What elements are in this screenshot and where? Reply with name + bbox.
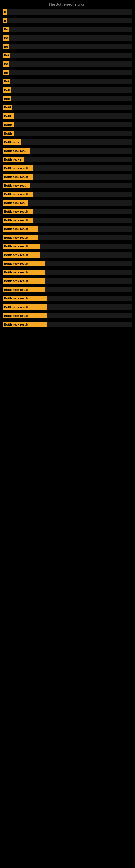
dark-bar: [30, 183, 132, 188]
dark-bar: [33, 174, 132, 180]
list-item: Bottle: [3, 129, 132, 138]
dark-bar: [9, 35, 132, 41]
bottleneck-label: Bottleneck result: [3, 261, 45, 267]
bottleneck-label: Bo: [3, 61, 9, 67]
dark-bar: [33, 209, 132, 214]
dark-bar: [10, 53, 132, 58]
dark-bar: [30, 148, 132, 154]
list-item: Bottleneck result: [3, 164, 132, 173]
bottleneck-label: Bottleneck result: [3, 174, 33, 180]
dark-bar: [14, 122, 132, 127]
bottleneck-label: Bottleneck result: [3, 322, 47, 327]
bottleneck-label: Bo: [3, 70, 9, 75]
list-item: Bottleneck res: [3, 198, 132, 207]
list-item: Bottleneck resu: [3, 181, 132, 190]
list-item: Bottleneck result: [3, 251, 132, 259]
bottleneck-label: Bottleneck result: [3, 252, 41, 258]
bottleneck-label: B: [3, 9, 7, 14]
bottleneck-label: Bottleneck res: [3, 200, 28, 206]
list-item: Bottleneck result: [3, 207, 132, 216]
bottleneck-label: Bot: [3, 79, 10, 84]
main-container: BBBoBoBoBotBoBoBotBottBottBottlBottleBot…: [0, 8, 135, 329]
list-item: Bottleneck result: [3, 259, 132, 268]
dark-bar: [45, 287, 132, 292]
bottleneck-label: Bottle: [3, 113, 14, 119]
list-item: Bottleneck result: [3, 173, 132, 181]
bottleneck-label: Bottle: [3, 131, 14, 136]
bottleneck-label: Bottleneck result: [3, 191, 33, 197]
bottleneck-label: Bot: [3, 53, 10, 58]
bottleneck-label: Bottleneck result: [3, 165, 33, 171]
dark-bar: [10, 79, 132, 84]
list-item: Bottleneck: [3, 138, 132, 147]
dark-bar: [38, 226, 132, 231]
dark-bar: [45, 270, 132, 275]
bottleneck-label: Bott: [3, 87, 11, 93]
list-item: Bottleneck result: [3, 277, 132, 285]
bottleneck-label: B: [3, 18, 7, 23]
list-item: Bottleneck result: [3, 216, 132, 225]
list-item: Bottleneck result: [3, 303, 132, 311]
dark-bar: [7, 9, 132, 14]
list-item: Bottleneck result: [3, 311, 132, 320]
bottleneck-label: Bottleneck result: [3, 287, 45, 292]
bottleneck-label: Bo: [3, 27, 9, 32]
list-item: Bottleneck result: [3, 285, 132, 294]
list-item: Bo: [3, 25, 132, 34]
list-item: B: [3, 16, 132, 25]
bottleneck-label: Bottleneck result: [3, 218, 33, 223]
list-item: Bottleneck r: [3, 155, 132, 164]
bottleneck-label: Bo: [3, 44, 9, 50]
list-item: B: [3, 8, 132, 16]
list-item: Bottleneck result: [3, 225, 132, 233]
bottleneck-label: Bottleneck result: [3, 235, 38, 240]
dark-bar: [38, 235, 132, 240]
dark-bar: [47, 304, 132, 310]
dark-bar: [9, 70, 132, 75]
bottleneck-label: Bottleneck result: [3, 209, 33, 214]
list-item: Bott: [3, 86, 132, 94]
dark-bar: [47, 313, 132, 318]
bottleneck-label: Bottle: [3, 122, 14, 127]
list-item: Bo: [3, 68, 132, 77]
dark-bar: [11, 87, 132, 93]
dark-bar: [45, 278, 132, 284]
dark-bar: [33, 191, 132, 197]
dark-bar: [21, 140, 132, 145]
dark-bar: [33, 165, 132, 171]
dark-bar: [14, 131, 132, 136]
list-item: Bot: [3, 77, 132, 86]
bottleneck-label: Bottleneck result: [3, 226, 38, 231]
dark-bar: [12, 105, 132, 110]
list-item: Bottl: [3, 103, 132, 112]
bottleneck-label: Bottleneck result: [3, 244, 41, 249]
bottleneck-label: Bottleneck resu: [3, 148, 30, 154]
dark-bar: [9, 27, 132, 32]
dark-bar: [14, 113, 132, 119]
bottleneck-label: Bottleneck result: [3, 304, 47, 310]
bottleneck-label: Bottleneck resu: [3, 183, 30, 188]
dark-bar: [28, 200, 132, 206]
list-item: Bottleneck result: [3, 294, 132, 303]
bottleneck-label: Bo: [3, 35, 9, 41]
list-item: Bo: [3, 42, 132, 51]
bottleneck-label: Bottleneck: [3, 140, 21, 145]
bottleneck-label: Bottleneck r: [3, 157, 24, 162]
list-item: Bottle: [3, 112, 132, 120]
list-item: Bottleneck result: [3, 190, 132, 198]
dark-bar: [47, 296, 132, 301]
bottleneck-label: Bott: [3, 96, 11, 101]
dark-bar: [45, 261, 132, 267]
bottleneck-label: Bottleneck result: [3, 313, 47, 318]
list-item: Bottle: [3, 120, 132, 129]
dark-bar: [24, 157, 132, 162]
list-item: Bott: [3, 94, 132, 103]
dark-bar: [7, 18, 132, 23]
list-item: Bot: [3, 51, 132, 60]
dark-bar: [41, 244, 132, 249]
dark-bar: [33, 218, 132, 223]
dark-bar: [41, 252, 132, 258]
list-item: Bottleneck resu: [3, 147, 132, 155]
list-item: Bottleneck result: [3, 320, 132, 329]
site-title: TheBottlenecker.com: [0, 0, 135, 8]
